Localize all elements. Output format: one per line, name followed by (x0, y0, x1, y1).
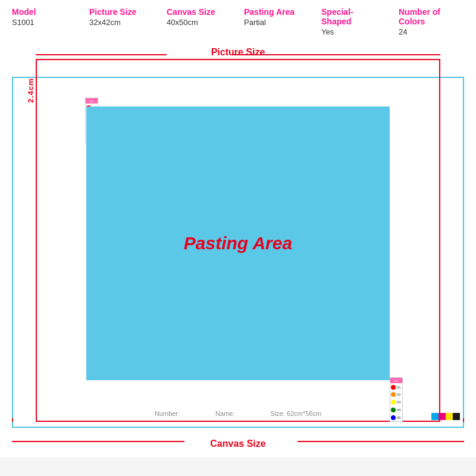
picture-size-label: Picture Size (36, 47, 440, 58)
bottom-info: Number: Name: Size: 62cm*56cm (12, 410, 464, 417)
color-row: 03 (390, 399, 402, 406)
cmyk-block (431, 413, 439, 420)
number-label: Number: (155, 410, 180, 417)
header-label: Model (12, 7, 71, 17)
color-number: 03 (397, 400, 401, 404)
color-dot (391, 400, 396, 405)
header-label: Canvas Size (167, 7, 226, 17)
tick-bottom-left (12, 418, 13, 422)
header-value: 32x42cm (89, 18, 149, 27)
header-col-picture-size: Picture Size32x42cm (89, 7, 149, 36)
name-label: Name: (215, 410, 234, 417)
cm-label: 2.4cm (26, 78, 37, 103)
header-col-pasting-area: Pasting AreaPartial (244, 7, 303, 36)
header-label: Picture Size (89, 7, 149, 17)
diagram-area: Picture Size 2.4cm ▪▪▪ 0102030405 Pastin… (0, 41, 476, 458)
picture-size-line-right (232, 54, 440, 55)
cmyk-block (439, 413, 446, 420)
header-label: Pasting Area (244, 7, 303, 17)
pasting-area-box: Pasting Area (86, 107, 390, 380)
header-value: Partial (244, 18, 303, 27)
size-label: Size: 62cm*56cm (271, 410, 322, 417)
header-value: 24 (399, 27, 464, 36)
canvas-size-label: Canvas Size (12, 439, 464, 449)
header-value: S1001 (12, 18, 71, 27)
pasting-area-label: Pasting Area (184, 233, 292, 253)
cmyk-block (453, 413, 460, 420)
header-col-number-of-colors: Number of Colors24 (399, 7, 464, 36)
canvas-size-line-right (298, 441, 464, 442)
header-label: Number of Colors (399, 7, 464, 26)
strip-header-tl: ▪▪▪ (86, 98, 98, 104)
header-value: Yes (321, 27, 381, 36)
header-col-model: ModelS1001 (12, 7, 71, 36)
color-row: 02 (390, 391, 402, 399)
header-value: 40x50cm (167, 18, 226, 27)
color-dot (391, 392, 396, 397)
header-label: Special-Shaped (321, 7, 381, 26)
color-row: 01 (390, 383, 402, 391)
color-number: 01 (397, 386, 401, 389)
cmyk-bar (431, 413, 460, 420)
cmyk-block (446, 413, 453, 420)
color-number: 02 (397, 393, 401, 396)
color-dot (391, 385, 396, 390)
header-col-special-shaped: Special-ShapedYes (321, 7, 381, 36)
tick-bottom-right (463, 418, 464, 422)
strip-header-br: ▪▪▪ (390, 378, 402, 383)
header-col-canvas-size: Canvas Size40x50cm (167, 7, 226, 36)
header-table: ModelS1001Picture Size32x42cmCanvas Size… (0, 0, 476, 41)
